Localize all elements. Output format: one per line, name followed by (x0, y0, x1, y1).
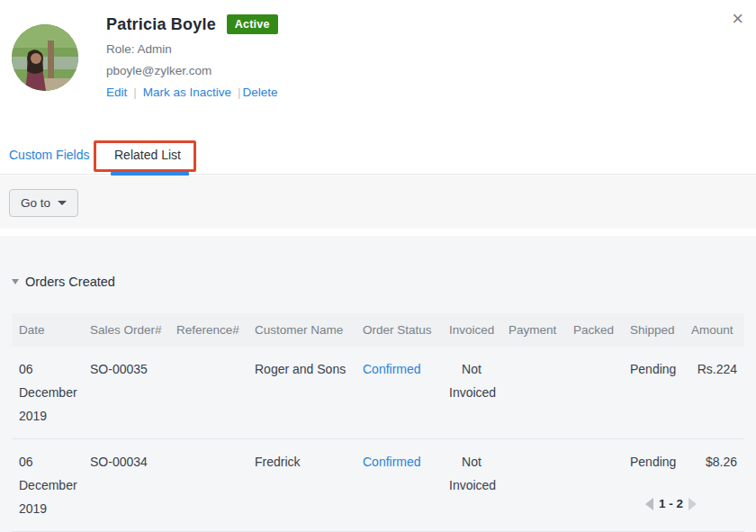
cell-payment (501, 439, 566, 532)
tab-related-list[interactable]: Related List (114, 148, 181, 162)
user-role: Role: Admin (106, 42, 278, 56)
col-packed: Packed (566, 313, 623, 347)
cell-packed (566, 347, 623, 439)
profile-header: × Patric (0, 0, 756, 140)
cell-amount: Rs.224 (684, 347, 744, 439)
tab-custom-fields[interactable]: Custom Fields (9, 148, 89, 162)
orders-table: Date Sales Order# Reference# Customer Na… (12, 313, 744, 532)
cell-order-status: Confirmed (356, 439, 442, 532)
cell-customer: Fredrick (248, 439, 356, 532)
col-customer-name: Customer Name (248, 313, 356, 347)
delete-link[interactable]: Delete (243, 86, 278, 99)
cell-amount: $8.26 (684, 439, 744, 532)
action-separator: | (238, 86, 241, 99)
orders-created-header[interactable]: Orders Created (0, 236, 756, 289)
next-page-icon[interactable] (688, 498, 697, 510)
order-status-link[interactable]: Confirmed (363, 362, 421, 376)
tab-bar: Custom Fields Related List (0, 140, 756, 175)
prev-page-icon[interactable] (645, 498, 653, 510)
avatar (12, 24, 78, 91)
cell-packed (566, 439, 623, 532)
table-header-row: Date Sales Order# Reference# Customer Na… (12, 313, 744, 347)
table-row: 06 December 2019 SO-00034 Fredrick Confi… (12, 439, 744, 532)
go-to-label: Go to (21, 196, 50, 210)
pagination-label: 1 - 2 (659, 497, 683, 510)
col-date: Date (12, 313, 83, 347)
go-to-button[interactable]: Go to (9, 189, 78, 217)
close-icon[interactable]: × (732, 9, 743, 29)
cell-shipped: Pending (623, 347, 684, 439)
chevron-down-icon (58, 201, 67, 205)
cell-sales-order: SO-00035 (83, 347, 169, 439)
table-row: 06 December 2019 SO-00035 Roger and Sons… (12, 347, 744, 439)
col-invoiced: Invoiced (442, 313, 501, 347)
mark-inactive-link[interactable]: Mark as Inactive (143, 86, 231, 99)
cell-reference (169, 439, 248, 532)
cell-reference (169, 347, 248, 439)
collapse-triangle-icon (12, 279, 19, 284)
cell-invoiced: Not Invoiced (442, 439, 501, 532)
action-separator: | (133, 86, 137, 99)
edit-link[interactable]: Edit (106, 86, 127, 99)
pagination: 1 - 2 (645, 497, 697, 510)
cell-customer: Roger and Sons (248, 347, 356, 439)
user-detail-panel: × Patric (0, 0, 756, 532)
profile-actions: Edit | Mark as Inactive | Delete (106, 86, 278, 99)
cell-shipped: Pending (623, 439, 684, 532)
col-sales-order: Sales Order# (83, 313, 169, 347)
status-badge: Active (227, 14, 278, 34)
col-shipped: Shipped (623, 313, 684, 347)
col-reference: Reference# (169, 313, 248, 347)
user-name: Patricia Boyle (106, 15, 216, 34)
cell-date: 06 December 2019 (12, 347, 83, 439)
col-order-status: Order Status (356, 313, 442, 347)
col-amount: Amount (684, 313, 744, 347)
profile-info: Patricia Boyle Active Role: Admin pboyle… (106, 14, 278, 99)
user-email: pboyle@zylker.com (106, 64, 278, 77)
toolbar-band: Go to (0, 176, 756, 229)
cell-invoiced: Not Invoiced (442, 347, 501, 439)
cell-date: 06 December 2019 (12, 439, 83, 532)
col-payment: Payment (501, 313, 566, 347)
related-list-section: Orders Created Date Sales Order# Referen… (0, 236, 756, 532)
order-status-link[interactable]: Confirmed (363, 455, 421, 469)
cell-payment (501, 347, 566, 439)
cell-sales-order: SO-00034 (83, 439, 169, 532)
section-title-label: Orders Created (25, 275, 115, 289)
cell-order-status: Confirmed (356, 347, 442, 439)
